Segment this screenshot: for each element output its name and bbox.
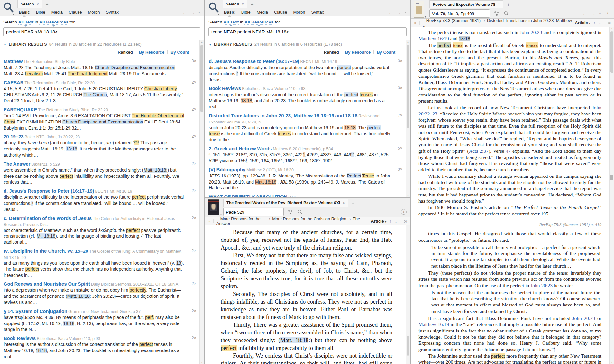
scroll-down-icon[interactable]: ▼ [406,194,410,196]
add-tab-icon[interactable]: + [251,0,254,8]
collapse-panel-icon[interactable]: » [414,21,420,25]
search-result[interactable]: 4× The Doctrine Of The KeysCentral C. B.… [4,363,197,364]
back-icon[interactable]: ← [389,10,393,15]
scrollbar-thumb[interactable] [610,31,613,73]
search-mode-tab[interactable]: Basic [224,10,235,14]
search-mode-tab[interactable]: Syntax [311,10,324,14]
search-mode-tab[interactable]: Bible [36,10,45,14]
close-icon[interactable]: × [242,2,244,6]
next-article-icon[interactable]: ↓ [599,20,601,25]
result-title-link[interactable]: Distorted Translations in John 20:23; Ma… [209,113,357,118]
search-result[interactable]: 3× Book ReviewsBibliotheca Sacra Volume … [209,86,403,110]
search-scope-resources[interactable]: All Resources [39,20,68,25]
result-title-link[interactable]: IV. Discipline in the Church. vv. 15–20 [4,249,88,254]
search-mode-tab[interactable]: Media [257,10,268,14]
result-title-link[interactable]: c. Determination of the Words of Jesus [4,216,92,221]
page-reference-input[interactable] [223,208,284,216]
search-result[interactable]: 2× c. Determination of the Words of Jesu… [4,215,197,245]
search-result[interactable]: 3× MatthewThe Reformation Study Bible Ma… [4,59,197,77]
search-input[interactable] [208,27,407,36]
search-result[interactable]: 2× God Renews and Nourishes Our SpiritDa… [4,281,197,305]
scrollbar-thumb[interactable] [407,45,409,128]
chevron-down-icon[interactable]: ▾ [198,10,200,14]
back-icon[interactable]: ← [182,10,187,15]
close-locator-icon[interactable]: ⊗ [604,20,611,25]
result-title-link[interactable]: d. Jesus's Response to Peter (16:17–19) [209,59,299,64]
search-result[interactable]: 5× 2. Greek and Hebrew WordsMatthew 8-20… [209,146,403,164]
sort-ranked[interactable]: Ranked [118,50,133,55]
scrollbar[interactable]: ▲ ▼ [609,27,614,364]
panel-menu[interactable] [205,0,223,16]
search-scope-resources[interactable]: All Resources [244,20,273,25]
scroll-up-icon[interactable]: ▲ [610,27,614,30]
search-result[interactable]: 7× Distorted Translations in John 20:23;… [209,113,403,143]
close-icon[interactable]: × [343,201,345,205]
article-menu[interactable]: Article▾ [575,20,590,25]
forward-icon[interactable]: → [190,10,195,15]
search-mode-tab[interactable]: Basic [19,10,30,14]
search-mode-tab[interactable]: Clause [69,10,82,14]
result-title-link[interactable]: d. Jesus's Response to Peter (16:17–19) [4,188,94,194]
close-icon[interactable]: × [498,2,500,7]
collapse-triangle-icon[interactable]: ▼ [4,43,6,46]
previous-article-icon[interactable]: ↑ [389,219,392,223]
add-tab-icon[interactable]: + [46,0,49,8]
search-result[interactable]: 3× (V) BibliographyMatthew 2 (ICC), Mt 1… [209,167,403,191]
collapse-panel-icon[interactable]: » [208,219,214,223]
search-mode-tab[interactable]: Morph [88,10,100,14]
resource-cover-menu[interactable] [208,199,219,215]
scrollbar[interactable]: ▲ ▼ [406,40,410,197]
sort-ranked[interactable]: Ranked [324,50,339,55]
search-scope-text[interactable]: All Text [224,20,239,25]
result-title-link[interactable]: CAESAR [4,80,23,85]
back-icon[interactable]: ← [582,11,587,16]
scrollbar[interactable]: ▼ [406,225,410,364]
collapse-triangle-icon[interactable]: ▼ [209,43,212,46]
scrollbar[interactable]: ▲ ▼ [199,40,204,364]
chevron-down-icon[interactable]: ▾ [599,12,601,15]
search-result[interactable]: 2× EARTHQUAKEThe Reformation Study Bible… [4,107,197,131]
search-icon[interactable] [298,209,303,214]
article-menu[interactable]: Article▾ [371,219,386,223]
close-locator-icon[interactable]: ⊗ [400,219,407,224]
tab-search[interactable]: Search × [17,0,42,8]
scroll-up-icon[interactable]: ▲ [406,41,410,43]
visual-filters-icon[interactable] [288,210,293,214]
scroll-up-icon[interactable]: ▲ [200,41,204,43]
search-result[interactable]: 2× Book ReviewsBibliotheca Sacra Volume … [4,335,197,359]
previous-article-icon[interactable]: ↑ [593,20,596,25]
info-icon[interactable]: i [605,11,610,16]
page-reference-input[interactable] [429,9,490,18]
search-result[interactable]: 2× IV. Discipline in the Church. vv. 15–… [4,248,197,278]
forward-icon[interactable]: → [397,10,401,15]
result-title-link[interactable]: WHAT OF PRIESTLY ABSOLUTION [209,194,287,197]
search-result[interactable]: 2× The AnswerBaxter21, p 529 were assemb… [4,161,197,185]
visual-filters-icon[interactable] [494,11,499,16]
scroll-down-icon[interactable]: ▼ [610,361,614,363]
search-mode-tab[interactable]: Bible [241,10,251,14]
search-input[interactable] [3,27,200,36]
search-mode-tab[interactable]: Morph [293,10,305,14]
search-mode-tab[interactable]: Syntax [106,10,119,14]
search-result[interactable]: 2× § 14. System of ConjugationGrammar of… [4,308,197,332]
sort-by-resource[interactable]: By Resource [139,50,164,55]
scrollbar-thumb[interactable] [407,336,409,356]
result-title-link[interactable]: God Renews and Nourishes Our Spirit [4,281,90,287]
result-title-link[interactable]: 2. Greek and Hebrew Words [209,146,272,151]
sort-by-count[interactable]: By Count [170,50,189,55]
search-icon[interactable] [504,11,509,16]
result-title-link[interactable]: (V) Bibliography [209,167,245,172]
add-tab-icon[interactable]: + [507,1,510,8]
result-title-link[interactable]: Book Reviews [4,336,36,341]
search-mode-tab[interactable]: Clause [274,10,287,14]
sort-by-resource[interactable]: By Resource [345,50,371,55]
chevron-down-icon[interactable]: ▾ [405,10,406,14]
tab-baxter-volume[interactable]: The Practical Works of the Rev. Richard … [223,199,348,207]
info-icon[interactable]: i [401,209,407,215]
tab-revexp-volume[interactable]: Review and Expositor Volume 78 × [429,0,503,8]
result-title-link[interactable]: EARTHQUAKE [4,107,37,112]
result-title-link[interactable]: 20:19–23 [4,134,24,139]
next-article-icon[interactable]: ↓ [395,219,397,223]
search-result[interactable]: 2× 20:19–23Baker NTC: John, Jn 20:22, 23… [4,134,197,158]
result-title-link[interactable]: § 14. System of Conjugation [4,309,67,314]
